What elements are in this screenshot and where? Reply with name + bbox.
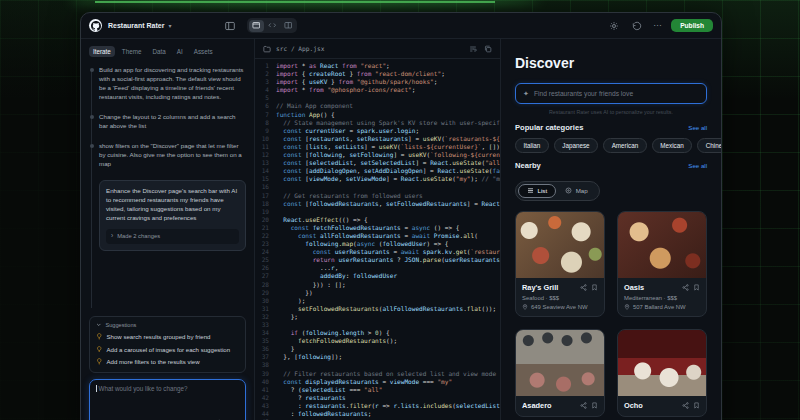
lightbulb-icon: [96, 333, 103, 340]
code-line: 20 React.useEffect(() => {: [255, 216, 500, 224]
bookmark-icon[interactable]: [591, 284, 598, 291]
main-columns: IterateThemeDataAIAssets Build an app fo…: [81, 39, 721, 420]
publish-button[interactable]: Publish: [671, 19, 713, 32]
code-line: 32 };: [255, 313, 500, 321]
category-chip-italian[interactable]: Italian: [515, 138, 549, 153]
code-line: 29 }): [255, 289, 500, 297]
bookmark-icon[interactable]: [591, 402, 598, 409]
octocat-icon: [91, 21, 101, 31]
chat-input[interactable]: What would you like to change?: [89, 379, 246, 420]
code-line: 24 const userRestaurants = await spark.k…: [255, 248, 500, 256]
popular-see-all-link[interactable]: See all: [688, 124, 707, 131]
suggestion-item[interactable]: Add a carousel of images for each sugges…: [96, 346, 239, 353]
suggestion-item[interactable]: Show search results grouped by friend: [96, 333, 239, 340]
code-line: 40 const displayedRestaurants = viewMode…: [255, 378, 500, 386]
code-line: 1import * as React from "react";: [255, 62, 500, 70]
file-breadcrumb[interactable]: src / App.jsx: [276, 45, 324, 52]
restaurant-card[interactable]: Ocho: [617, 329, 707, 417]
list-view-segment[interactable]: List: [518, 184, 556, 198]
github-logo-button[interactable]: [89, 19, 102, 32]
code-line: 33: [255, 321, 500, 329]
tab-assets[interactable]: Assets: [190, 46, 217, 57]
popular-section-header: Popular categories See all: [515, 123, 707, 132]
map-pin-icon: [522, 304, 528, 310]
chat-message: Change the layout to 2 columns and add a…: [99, 113, 246, 131]
tab-iterate[interactable]: Iterate: [89, 46, 115, 57]
share-icon[interactable]: [682, 402, 689, 409]
code-line: 11 const [lists, setLists] = useKV(`list…: [255, 143, 500, 151]
settings-button[interactable]: [607, 19, 621, 33]
chat-message-text: show filters on the "Discover" page that…: [99, 142, 246, 169]
code-line: 19: [255, 208, 500, 216]
suggestions-collapse-toggle[interactable]: Suggestions: [96, 322, 239, 328]
chat-message: Build an app for discovering and trackin…: [99, 66, 246, 102]
code-line: 42 ? restaurants: [255, 394, 500, 402]
sidebar-toggle-button[interactable]: [223, 19, 237, 33]
restaurant-photo: [618, 330, 706, 396]
code-line: 9 const currentUser = spark.user.login;: [255, 127, 500, 135]
sparkle-icon: ✦: [523, 90, 529, 97]
made-changes-label: Made 2 changes: [117, 232, 160, 240]
code-line: 36 }: [255, 345, 500, 353]
chat-input-placeholder: What would you like to change?: [96, 385, 239, 392]
search-input[interactable]: ✦ Find restaurants your friends love: [515, 83, 707, 104]
view-controls: [223, 18, 297, 33]
suggestion-text: Add a carousel of images for each sugges…: [107, 346, 231, 353]
search-caption: Restaurant Rater uses AI to personalize …: [515, 109, 707, 115]
category-chip-chinese[interactable]: Chinese: [697, 138, 721, 153]
code-view-button[interactable]: [265, 20, 280, 32]
folder-icon: [263, 45, 271, 53]
share-icon[interactable]: [580, 284, 587, 291]
restaurant-card[interactable]: Oasis Mediterranean · $$$ 507 Ballard Av…: [617, 211, 707, 317]
nearby-see-all-link[interactable]: See all: [688, 162, 707, 169]
made-changes-toggle[interactable]: ›Made 2 changes: [106, 229, 239, 244]
bookmark-icon[interactable]: [693, 402, 700, 409]
code-line: 18 const [followedRestaurants, setFollow…: [255, 200, 500, 208]
share-icon[interactable]: [682, 284, 689, 291]
restaurant-name: Oasis: [624, 283, 677, 292]
history-icon: [632, 21, 642, 31]
code-line: 23 following.map(async (followedUser) =>…: [255, 240, 500, 248]
restaurant-address-row: 649 Seaview Ave NW: [522, 304, 598, 310]
map-icon: [565, 187, 572, 194]
restaurant-name: Asadero: [522, 401, 575, 410]
code-line: 21 const fetchFollowedRestaurants = asyn…: [255, 224, 500, 232]
code-editor[interactable]: 1import * as React from "react";2import …: [255, 59, 500, 420]
map-view-segment[interactable]: Map: [556, 184, 597, 198]
page-title: Discover: [515, 55, 707, 71]
restaurant-card-body: Oasis Mediterranean · $$$ 507 Ballard Av…: [618, 278, 706, 316]
restaurant-card[interactable]: Ray's Grill Seafood · $$$ 649 Seaview Av…: [515, 211, 605, 317]
code-line: 25 return userRestaurants ? JSON.parse(u…: [255, 256, 500, 264]
category-chip-american[interactable]: American: [603, 138, 647, 153]
split-view-button[interactable]: [281, 20, 296, 32]
suggestion-item[interactable]: Add more filters to the results view: [96, 358, 239, 365]
category-chip-mexican[interactable]: Mexican: [652, 138, 692, 153]
restaurant-cards: Ray's Grill Seafood · $$$ 649 Seaview Av…: [515, 211, 707, 417]
code-line: 27 addedBy: followedUser: [255, 272, 500, 280]
category-chip-japanese[interactable]: Japanese: [554, 138, 598, 153]
code-editor-panel: src / App.jsx 1import * as React from "r…: [255, 39, 501, 420]
restaurant-card-body: Ocho: [618, 396, 706, 416]
restaurant-card[interactable]: Asadero: [515, 329, 605, 417]
bookmark-icon[interactable]: [693, 284, 700, 291]
popular-title: Popular categories: [515, 123, 583, 132]
list-icon: [527, 187, 534, 194]
nearby-section-header: Nearby See all: [515, 161, 707, 170]
code-line: 12 const [following, setFollowing] = use…: [255, 151, 500, 159]
project-menu[interactable]: Restaurant Rater ▾: [108, 22, 171, 29]
history-button[interactable]: [630, 19, 644, 33]
view-switch: [247, 18, 297, 33]
code-line: 30 );: [255, 297, 500, 305]
preview-view-button[interactable]: [249, 20, 264, 32]
lightbulb-icon: [96, 358, 103, 365]
map-pin-icon: [624, 304, 630, 310]
tab-ai[interactable]: AI: [173, 46, 187, 57]
tab-theme[interactable]: Theme: [118, 46, 146, 57]
more-options-button[interactable]: ⋯: [653, 21, 662, 30]
code-line: 7function App() {: [255, 111, 500, 119]
wrap-text-icon[interactable]: [469, 45, 477, 53]
list-map-toggle: List Map: [515, 181, 600, 201]
copy-icon[interactable]: [484, 45, 492, 53]
share-icon[interactable]: [580, 402, 587, 409]
tab-data[interactable]: Data: [148, 46, 169, 57]
